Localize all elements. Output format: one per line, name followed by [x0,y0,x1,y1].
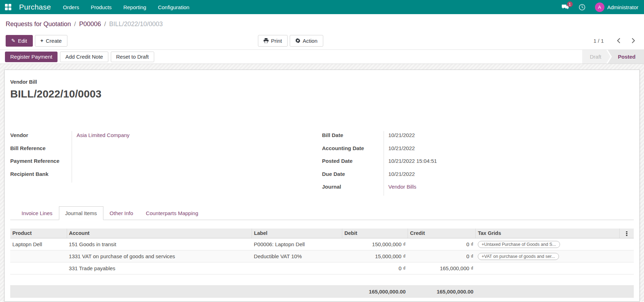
cell-account: 331 Trade payables [67,262,252,274]
clock-icon [579,4,585,11]
tab-invoice-lines[interactable]: Invoice Lines [15,206,59,220]
pager-previous-button[interactable] [615,36,622,45]
bill-date-label: Bill Date [322,131,384,138]
pager: 1 / 1 [594,36,638,45]
vendor-value-link[interactable]: Asia Limited Company [77,132,130,138]
totals-row: 165,000,000.00 165,000,000.00 [10,286,634,298]
messages-button[interactable]: 1 [561,4,569,10]
field-groups: Vendor Asia Limited Company Bill Referen… [10,131,634,196]
control-panel: ✎ Edit + Create Print Action [0,32,644,49]
payment-reference-label: Payment Reference [10,157,72,164]
spacer-row [10,274,634,286]
cell-account: 151 Goods in transit [67,238,252,250]
column-header-tax-grids[interactable]: Tax Grids [476,229,620,238]
journal-value-link[interactable]: Vendor Bills [389,184,416,190]
status-posted[interactable]: Posted [607,50,644,64]
recipient-bank-label: Recipient Bank [10,170,72,177]
reset-to-draft-button[interactable]: Reset to Draft [111,52,154,62]
breadcrumb-link-requests-for-quotation[interactable]: Requests for Quotation [6,20,71,28]
pager-next-button[interactable] [630,36,637,45]
right-field-group: Bill Date 10/21/2022 Accounting Date 10/… [322,131,634,196]
cell-credit: 0 ₫ [408,238,476,250]
table-row[interactable]: 1331 VAT on purchase of goods and servic… [10,250,634,262]
cell-label: Deductible VAT 10% [252,250,342,262]
tab-counterparts-mapping[interactable]: Counterparts Mapping [139,206,204,220]
table-row[interactable]: Laptopn Dell 151 Goods in transit P00006… [10,238,634,250]
breadcrumb: Requests for Quotation / P00006 / BILL/2… [0,14,644,32]
avatar: A [595,2,604,12]
accounting-date-value: 10/21/2022 [384,144,634,157]
tax-grid-badge[interactable]: +VAT on purchase of goods and ser... [478,253,559,260]
optional-columns-button[interactable] [620,229,634,238]
table-row[interactable]: 331 Trade payables 0 ₫ 165,000,000 ₫ [10,262,634,274]
status-widget: Draft Posted [582,50,644,64]
total-debit: 165,000,000.00 [342,286,408,298]
recipient-bank-value [72,170,322,183]
bill-reference-value [72,144,322,157]
register-payment-button[interactable]: Register Payment [5,52,58,62]
document-type-label: Vendor Bill [10,79,634,85]
cell-credit: 0 ₫ [408,250,476,262]
cell-credit: 165,000,000 ₫ [408,262,476,274]
user-name: Administrator [607,4,638,10]
posted-date-label: Posted Date [322,157,384,164]
breadcrumb-current: BILL/2022/10/0003 [109,20,163,28]
column-header-account[interactable]: Account [67,229,252,238]
app-brand[interactable]: Purchase [19,3,51,11]
form-sheet: Vendor Bill BILL/2022/10/0003 Vendor Asi… [4,70,640,302]
pager-value: 1 / 1 [594,38,604,44]
breadcrumb-separator: / [74,20,76,28]
add-credit-note-button[interactable]: Add Credit Note [60,52,108,62]
cell-debit: 15,000,000 ₫ [342,250,408,262]
status-draft[interactable]: Draft [582,50,610,64]
statusbar: Register Payment Add Credit Note Reset t… [0,49,644,64]
menu-products[interactable]: Products [91,4,112,10]
due-date-label: Due Date [322,170,384,177]
create-button[interactable]: + Create [35,35,67,47]
vertical-dots-icon [626,231,627,236]
activities-button[interactable] [579,4,585,11]
messages-count-badge: 1 [567,1,573,7]
main-menu: Orders Products Reporting Configuration [63,4,189,10]
apps-menu-icon[interactable] [5,4,11,10]
left-field-group: Vendor Asia Limited Company Bill Referen… [10,131,322,196]
page-title: BILL/2022/10/0003 [10,88,634,100]
menu-orders[interactable]: Orders [63,4,79,10]
payment-reference-value [72,157,322,170]
breadcrumb-link-p00006[interactable]: P00006 [79,20,101,28]
column-header-product[interactable]: Product [10,229,67,238]
bill-date-value: 10/21/2022 [384,131,634,144]
vendor-label: Vendor [10,131,72,138]
accounting-date-label: Accounting Date [322,144,384,151]
tab-other-info[interactable]: Other Info [103,206,140,220]
column-header-debit[interactable]: Debit [342,229,408,238]
plus-icon: + [41,38,43,43]
notebook-tabs: Invoice Lines Journal Items Other Info C… [10,206,634,220]
edit-button[interactable]: ✎ Edit [6,35,33,47]
menu-reporting[interactable]: Reporting [123,4,146,10]
journal-label: Journal [322,183,384,190]
cell-account: 1331 VAT on purchase of goods and servic… [67,250,252,262]
user-menu[interactable]: A Administrator [595,2,638,12]
pencil-icon: ✎ [11,38,16,43]
total-credit: 165,000,000.00 [408,286,476,298]
cell-debit: 150,000,000 ₫ [342,238,408,250]
breadcrumb-separator: / [104,20,106,28]
form-view-background: Vendor Bill BILL/2022/10/0003 Vendor Asi… [0,64,644,302]
posted-date-value: 10/21/2022 15:04:51 [384,157,634,170]
cell-debit: 0 ₫ [342,262,408,274]
cell-label: P00006: Laptopn Dell [252,238,342,250]
tab-journal-items[interactable]: Journal Items [59,206,103,220]
due-date-value: 10/21/2022 [384,170,634,183]
column-header-label[interactable]: Label [252,229,342,238]
print-button[interactable]: Print [258,35,288,47]
cell-label [252,262,342,274]
action-button[interactable]: Action [290,35,323,47]
bill-reference-label: Bill Reference [10,144,72,151]
tax-grid-badge[interactable]: +Untaxed Purchase of Goods and S... [478,241,560,248]
menu-configuration[interactable]: Configuration [158,4,189,10]
column-header-credit[interactable]: Credit [408,229,476,238]
journal-items-table: Product Account Label Debit Credit Tax G… [10,229,634,298]
gear-icon [295,38,300,43]
cell-product: Laptopn Dell [10,238,67,250]
